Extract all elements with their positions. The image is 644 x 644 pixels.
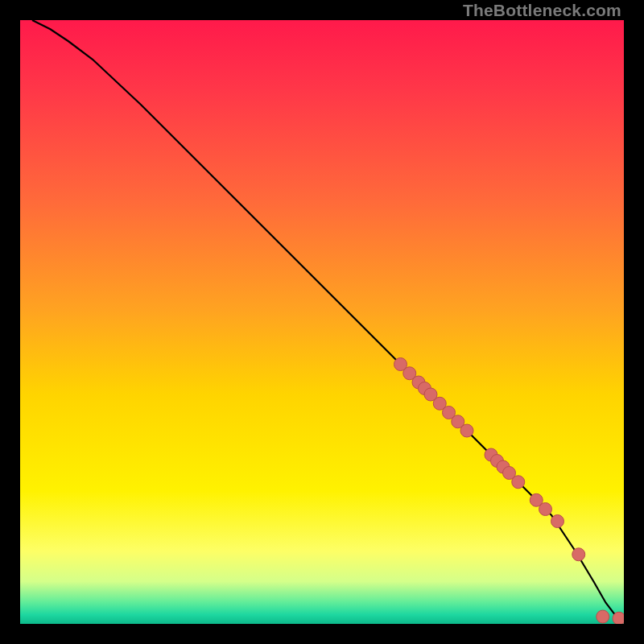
gradient-background	[20, 20, 624, 624]
watermark-text: TheBottleneck.com	[463, 1, 621, 20]
chart-frame	[20, 20, 624, 624]
data-marker	[551, 515, 564, 528]
data-marker	[539, 503, 552, 516]
data-marker	[512, 476, 525, 489]
data-marker	[597, 610, 609, 623]
data-marker	[613, 612, 624, 624]
bottleneck-chart	[20, 20, 624, 624]
watermark-label: TheBottleneck.com	[463, 1, 621, 19]
data-marker	[460, 424, 473, 437]
data-marker	[572, 548, 585, 561]
